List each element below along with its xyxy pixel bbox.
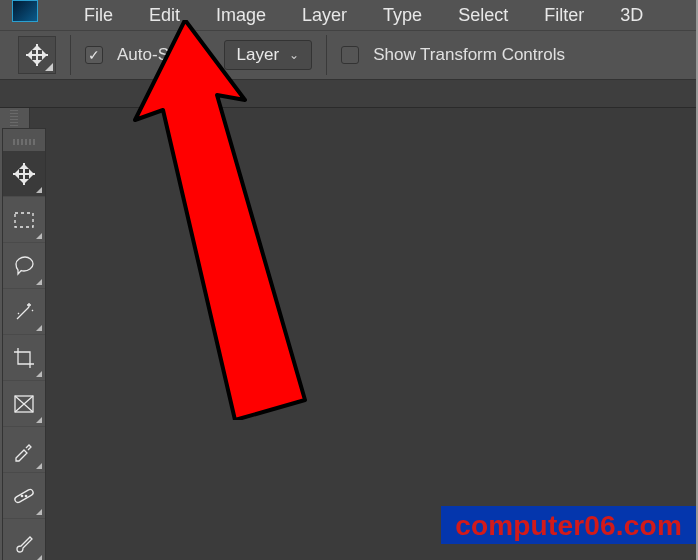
options-bar: ✓ Auto-Select: Layer ⌄ Show Transform Co… (0, 30, 696, 80)
crop-icon (12, 346, 36, 370)
move-icon (13, 163, 35, 185)
svg-point-4 (25, 495, 26, 496)
move-tool[interactable] (3, 151, 45, 197)
brush-tool[interactable] (3, 519, 45, 560)
menu-filter[interactable]: Filter (526, 3, 602, 28)
menu-file[interactable]: File (66, 3, 131, 28)
panel-drag-handle[interactable] (13, 139, 35, 145)
menu-edit[interactable]: Edit (131, 3, 198, 28)
menu-image[interactable]: Image (198, 3, 284, 28)
divider (70, 35, 71, 75)
watermark: computer06.com (441, 506, 696, 544)
rectangular-marquee-tool[interactable] (3, 197, 45, 243)
svg-point-3 (21, 495, 22, 496)
crop-tool[interactable] (3, 335, 45, 381)
svg-rect-2 (14, 488, 34, 503)
app-logo-icon (12, 0, 38, 22)
auto-select-label: Auto-Select: (117, 45, 210, 65)
menu-select[interactable]: Select (440, 3, 526, 28)
wand-icon (12, 300, 36, 324)
auto-select-checkbox[interactable]: ✓ (85, 46, 103, 64)
eyedropper-tool[interactable] (3, 427, 45, 473)
marquee-icon (12, 208, 36, 232)
current-tool-indicator[interactable] (18, 36, 56, 74)
main-area (0, 108, 696, 560)
frame-tool[interactable] (3, 381, 45, 427)
lasso-tool[interactable] (3, 243, 45, 289)
divider (326, 35, 327, 75)
chevron-down-icon: ⌄ (289, 48, 299, 62)
svg-rect-0 (15, 213, 33, 227)
document-tab-strip (0, 80, 696, 108)
dropdown-value: Layer (237, 45, 280, 65)
menu-layer[interactable]: Layer (284, 3, 365, 28)
healing-brush-tool[interactable] (3, 473, 45, 519)
tools-panel (2, 128, 46, 560)
move-icon (26, 44, 48, 66)
show-transform-label: Show Transform Controls (373, 45, 565, 65)
frame-icon (12, 392, 36, 416)
auto-select-target-dropdown[interactable]: Layer ⌄ (224, 40, 313, 70)
eyedropper-icon (12, 438, 36, 462)
menu-type[interactable]: Type (365, 3, 440, 28)
lasso-icon (12, 254, 36, 278)
menu-3d[interactable]: 3D (602, 3, 661, 28)
show-transform-checkbox[interactable] (341, 46, 359, 64)
application-window: File Edit Image Layer Type Select Filter… (0, 0, 698, 560)
brush-icon (12, 530, 36, 554)
bandage-icon (12, 484, 36, 508)
document-canvas[interactable] (30, 108, 696, 560)
quick-selection-tool[interactable] (3, 289, 45, 335)
menu-bar: File Edit Image Layer Type Select Filter… (0, 0, 696, 30)
